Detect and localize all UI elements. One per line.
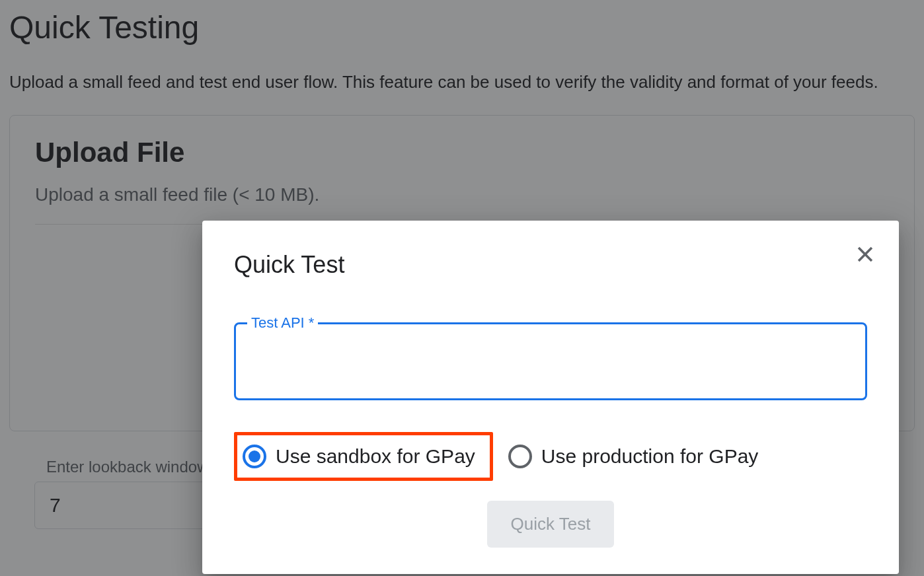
test-api-field-wrap: Test API * <box>234 322 867 400</box>
dialog-footer: Quick Test <box>234 501 867 548</box>
upload-file-subtitle: Upload a small feed file (< 10 MB). <box>35 184 889 225</box>
page-subtitle: Upload a small feed and test end user fl… <box>9 72 915 92</box>
radio-sandbox-gpay[interactable]: Use sandbox for GPay <box>234 432 493 481</box>
upload-file-title: Upload File <box>35 137 889 168</box>
page-title: Quick Testing <box>9 9 915 46</box>
dialog-header: Quick Test <box>234 251 867 279</box>
radio-selected-icon <box>243 445 266 468</box>
radio-unselected-icon <box>508 445 532 468</box>
quick-test-button[interactable]: Quick Test <box>487 501 615 548</box>
radio-production-gpay[interactable]: Use production for GPay <box>500 432 777 481</box>
test-api-label: Test API * <box>247 314 318 332</box>
dialog-title: Quick Test <box>234 251 344 279</box>
test-api-input[interactable] <box>234 322 867 400</box>
gpay-env-radio-group: Use sandbox for GPay Use production for … <box>234 432 867 481</box>
radio-production-label: Use production for GPay <box>541 445 759 468</box>
quick-test-dialog: Quick Test Test API * Use sandbox for GP… <box>202 221 899 574</box>
close-icon <box>854 243 876 266</box>
radio-sandbox-label: Use sandbox for GPay <box>276 445 475 468</box>
close-button[interactable] <box>854 243 876 268</box>
